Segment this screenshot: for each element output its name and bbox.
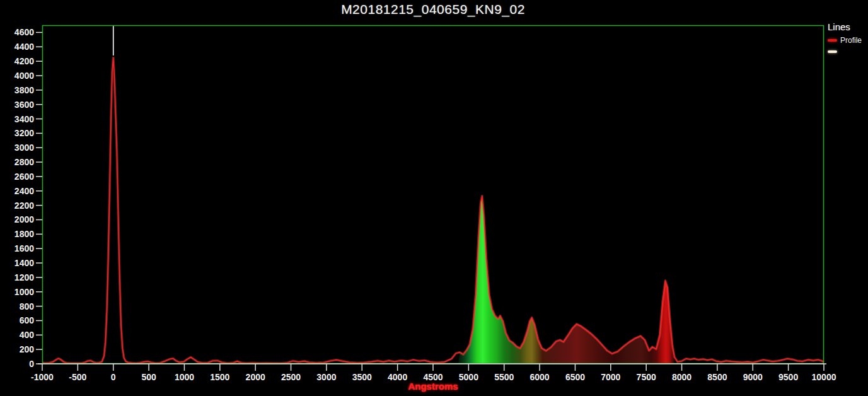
y-tick-label: 400: [20, 330, 35, 340]
legend-item-Profile: Profile: [828, 36, 868, 45]
y-tick-label: 1400: [14, 258, 34, 268]
y-tick-label: 2400: [14, 186, 34, 196]
legend-title: Lines: [828, 21, 868, 32]
legend-item-line: [828, 50, 868, 53]
y-tick-label: 3600: [14, 100, 34, 110]
y-tick-label: 2200: [14, 201, 34, 211]
y-tick-label: 0: [29, 359, 34, 369]
y-tick-label: 1000: [14, 287, 34, 297]
legend-swatch-icon: [828, 50, 837, 53]
legend-swatch-icon: [828, 39, 837, 42]
y-tick-label: 3000: [14, 143, 34, 153]
y-tick-label: 3200: [14, 128, 34, 138]
chart-title: M20181215_040659_KN9_02: [42, 2, 824, 17]
legend-items: Profile: [828, 36, 868, 53]
spectrum-plot-canvas: 0200400600800100012001400160018002000220…: [0, 0, 868, 396]
y-tick-label: 1800: [14, 229, 34, 239]
spectrum-analysis-window: 0200400600800100012001400160018002000220…: [0, 0, 868, 396]
y-tick-label: 3400: [14, 114, 34, 124]
profile-curve: [42, 57, 824, 363]
y-tick-label: 4600: [14, 27, 34, 37]
y-tick-label: 4200: [14, 56, 34, 66]
y-tick-label: 2800: [14, 157, 34, 167]
y-tick-label: 4000: [14, 71, 34, 81]
y-tick-label: 200: [20, 344, 35, 354]
legend-item-label: Profile: [840, 36, 862, 45]
y-tick-label: 4400: [14, 42, 34, 52]
x-axis-label: Angstroms: [42, 381, 824, 392]
y-tick-label: 1200: [14, 272, 34, 282]
y-tick-label: 600: [20, 315, 35, 325]
legend: Lines Profile: [828, 21, 868, 59]
y-tick-label: 2000: [14, 214, 34, 224]
y-tick-label: 3800: [14, 85, 34, 95]
y-tick-label: 800: [20, 301, 35, 312]
y-tick-label: 1600: [14, 243, 34, 253]
profile-curve-glow: [42, 57, 824, 363]
plot-border: [43, 26, 824, 364]
y-tick-label: 2600: [14, 172, 34, 182]
